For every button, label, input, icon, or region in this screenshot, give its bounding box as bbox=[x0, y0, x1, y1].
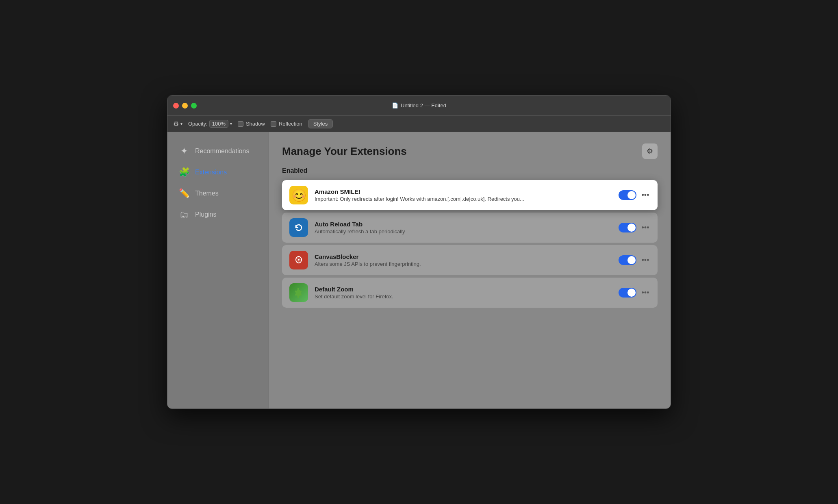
shadow-checkbox[interactable] bbox=[238, 121, 243, 127]
svg-point-3 bbox=[298, 259, 300, 261]
sidebar-item-recommendations[interactable]: ✦ Recommendations bbox=[171, 141, 265, 161]
canvas-blocker-icon bbox=[289, 251, 308, 269]
title-icon: 📄 bbox=[392, 102, 398, 109]
window-title: 📄 Untitled 2 — Edited bbox=[392, 102, 446, 109]
traffic-lights bbox=[173, 103, 197, 109]
amazon-smile-icon: 😊 bbox=[289, 186, 308, 204]
shadow-control[interactable]: Shadow bbox=[238, 121, 265, 127]
sidebar-item-label-plugins: Plugins bbox=[195, 211, 216, 218]
amazon-smile-info: Amazon SMILE! Important: Only redirects … bbox=[315, 188, 612, 202]
canvas-blocker-controls: ••• bbox=[619, 255, 650, 265]
sidebar: ✦ Recommendations 🧩 Extensions ✏️ Themes… bbox=[167, 132, 269, 408]
auto-reload-name: Auto Reload Tab bbox=[315, 221, 612, 228]
amazon-smile-more-button[interactable]: ••• bbox=[640, 191, 650, 200]
minimize-button[interactable] bbox=[182, 103, 188, 109]
gear-chevron-icon: ▾ bbox=[180, 122, 182, 126]
canvas-blocker-toggle[interactable] bbox=[619, 255, 636, 265]
main-content: Manage Your Extensions ⚙ Enabled 😊 Amazo… bbox=[269, 132, 671, 408]
canvas-blocker-desc: Alters some JS APIs to prevent fingerpri… bbox=[315, 261, 612, 267]
amazon-smile-toggle[interactable] bbox=[619, 190, 636, 200]
close-button[interactable] bbox=[173, 103, 179, 109]
canvas-blocker-info: CanvasBlocker Alters some JS APIs to pre… bbox=[315, 253, 612, 267]
amazon-smile-name: Amazon SMILE! bbox=[315, 188, 612, 195]
opacity-label: Opacity: bbox=[188, 121, 208, 127]
extensions-icon: 🧩 bbox=[179, 167, 189, 178]
default-zoom-more-button[interactable]: ••• bbox=[640, 289, 650, 297]
toolbar: ⚙ ▾ Opacity: 100% ▾ Shadow Reflection St… bbox=[167, 116, 671, 132]
gear-settings-button[interactable]: ⚙ ▾ bbox=[173, 120, 182, 128]
plugins-icon: 🗂 bbox=[179, 209, 189, 220]
manage-settings-button[interactable]: ⚙ bbox=[642, 143, 658, 159]
default-zoom-info: Default Zoom Set default zoom level for … bbox=[315, 286, 612, 300]
auto-reload-info: Auto Reload Tab Automatically refresh a … bbox=[315, 221, 612, 235]
amazon-smile-controls: ••• bbox=[619, 190, 650, 200]
app-body: ✦ Recommendations 🧩 Extensions ✏️ Themes… bbox=[167, 132, 671, 408]
reflection-label: Reflection bbox=[279, 121, 302, 127]
auto-reload-icon bbox=[289, 218, 308, 237]
themes-icon: ✏️ bbox=[179, 188, 189, 199]
titlebar: 📄 Untitled 2 — Edited bbox=[167, 96, 671, 116]
section-label-enabled: Enabled bbox=[282, 167, 658, 174]
sidebar-item-plugins[interactable]: 🗂 Plugins bbox=[171, 204, 265, 225]
reflection-control[interactable]: Reflection bbox=[271, 121, 302, 127]
extension-card-canvas-blocker: CanvasBlocker Alters some JS APIs to pre… bbox=[282, 245, 658, 275]
extension-card-auto-reload: Auto Reload Tab Automatically refresh a … bbox=[282, 213, 658, 243]
auto-reload-more-button[interactable]: ••• bbox=[640, 224, 650, 232]
shadow-label: Shadow bbox=[246, 121, 265, 127]
opacity-value[interactable]: 100% bbox=[209, 120, 228, 128]
extension-card-default-zoom: Default Zoom Set default zoom level for … bbox=[282, 278, 658, 308]
default-zoom-icon bbox=[289, 283, 308, 302]
auto-reload-toggle[interactable] bbox=[619, 223, 636, 232]
gear-icon: ⚙ bbox=[173, 120, 179, 128]
app-window: 📄 Untitled 2 — Edited ⚙ ▾ Opacity: 100% … bbox=[167, 95, 671, 409]
svg-rect-0 bbox=[293, 222, 305, 234]
page-title: Manage Your Extensions bbox=[282, 145, 407, 158]
title-text: Untitled 2 — Edited bbox=[401, 102, 446, 109]
opacity-control: Opacity: 100% ▾ bbox=[188, 120, 232, 128]
sidebar-item-extensions[interactable]: 🧩 Extensions bbox=[171, 162, 265, 182]
opacity-chevron-icon: ▾ bbox=[230, 122, 232, 126]
canvas-blocker-more-button[interactable]: ••• bbox=[640, 256, 650, 265]
reflection-checkbox[interactable] bbox=[271, 121, 276, 127]
sidebar-item-label-recommendations: Recommendations bbox=[195, 148, 249, 155]
main-header: Manage Your Extensions ⚙ bbox=[282, 143, 658, 159]
extension-card-amazon-smile: 😊 Amazon SMILE! Important: Only redirect… bbox=[282, 180, 658, 210]
default-zoom-controls: ••• bbox=[619, 288, 650, 298]
settings-gear-icon: ⚙ bbox=[647, 147, 653, 156]
default-zoom-name: Default Zoom bbox=[315, 286, 612, 293]
auto-reload-controls: ••• bbox=[619, 223, 650, 232]
default-zoom-desc: Set default zoom level for Firefox. bbox=[315, 293, 612, 300]
sidebar-item-label-extensions: Extensions bbox=[195, 169, 227, 176]
default-zoom-toggle[interactable] bbox=[619, 288, 636, 298]
styles-button[interactable]: Styles bbox=[308, 119, 333, 128]
sidebar-item-label-themes: Themes bbox=[195, 190, 219, 197]
sidebar-item-themes[interactable]: ✏️ Themes bbox=[171, 183, 265, 204]
auto-reload-desc: Automatically refresh a tab periodically bbox=[315, 228, 612, 235]
amazon-smile-desc: Important: Only redirects after login! W… bbox=[315, 196, 612, 202]
canvas-blocker-name: CanvasBlocker bbox=[315, 253, 612, 260]
recommendations-icon: ✦ bbox=[179, 146, 189, 156]
extension-list: 😊 Amazon SMILE! Important: Only redirect… bbox=[282, 180, 658, 308]
maximize-button[interactable] bbox=[191, 103, 197, 109]
